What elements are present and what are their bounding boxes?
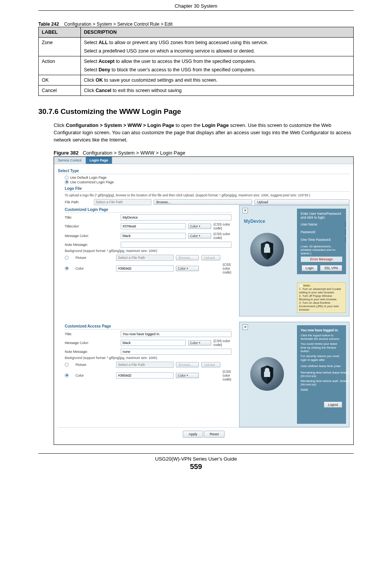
picture-upload-button[interactable]: Upload: [201, 255, 220, 260]
text: Select: [84, 40, 98, 45]
username-input[interactable]: [345, 222, 346, 227]
table-row: Action Select Accept to allow the user t…: [39, 56, 354, 75]
upload-button[interactable]: Upload: [254, 199, 349, 205]
section-select-type: Select Type: [58, 169, 349, 174]
radio-use-default[interactable]: Use Default Login Page: [65, 176, 349, 179]
msgcolor-input[interactable]: [121, 233, 186, 239]
text-bold: OK: [96, 77, 103, 83]
close-icon[interactable]: ✕: [243, 208, 248, 213]
tab-login-page[interactable]: Login Page: [86, 157, 113, 164]
access-bg-color-input[interactable]: [116, 372, 174, 379]
picture-browse-button[interactable]: Browse...: [176, 255, 199, 260]
msgcolor-label: Message Color:: [65, 234, 118, 238]
apply-button[interactable]: Apply: [183, 431, 203, 438]
access-msgcolor-input[interactable]: [121, 340, 186, 346]
access-picture-label: Picture: [75, 363, 114, 367]
login-button[interactable]: Login: [302, 265, 318, 271]
section-custom-login: Customized Login Page: [65, 207, 231, 213]
cell-desc: Click Cancel to exit this screen without…: [81, 86, 354, 96]
text-bold: Deny: [98, 67, 110, 72]
close-icon[interactable]: ✕: [243, 324, 248, 330]
text: Select: [84, 67, 98, 72]
text: to allow or prevent any USG zones from b…: [108, 40, 268, 45]
note-line: 2. Turn off Popup Window Blocking in you…: [299, 294, 337, 301]
css-hint: (CSS color code): [223, 370, 231, 381]
bg-caption: Background (support format: *.gif/png/jp…: [65, 249, 231, 253]
guide-title: USG20(W)-VPN Series User's Guide: [38, 456, 354, 462]
text: Color: [190, 341, 198, 345]
chevron-down-icon: ▾: [199, 234, 200, 237]
table-caption: Table 242 Configuration > System > Servi…: [38, 21, 354, 27]
msgcolor-picker[interactable]: Color▾: [188, 233, 211, 239]
access-bg-caption: Background (support format: *.gif/png/jp…: [65, 356, 231, 360]
page-number: 559: [38, 463, 354, 471]
access-bg-color-picker[interactable]: Color▾: [176, 373, 199, 378]
cell-desc: Select ALL to allow or prevent any USG z…: [81, 38, 354, 56]
reset-button[interactable]: Reset: [204, 431, 225, 438]
text: Color: [190, 224, 198, 228]
css-hint: (CSS color code): [213, 339, 231, 347]
radio-color[interactable]: [65, 267, 69, 270]
titlecolor-input[interactable]: [121, 223, 186, 229]
access-title-label: Title:: [65, 332, 118, 336]
tab-bar: Service Control Login Page: [54, 157, 353, 164]
password-input[interactable]: [345, 229, 346, 235]
radio-icon: [65, 180, 69, 184]
text: to block the user's access to the USG fr…: [110, 67, 256, 72]
cell-label: Cancel: [39, 86, 81, 96]
css-hint: (CSS color code): [213, 222, 231, 230]
access-msgcolor-label: Message Color:: [65, 341, 118, 345]
note-input[interactable]: [121, 242, 231, 248]
access-title-input[interactable]: [121, 331, 231, 337]
radio-use-custom[interactable]: Use Customized Login Page: [65, 180, 349, 184]
title-label: Title:: [65, 216, 118, 219]
cell-desc: Click OK to save your customized setting…: [81, 75, 354, 86]
titlecolor-picker[interactable]: Color▾: [188, 224, 211, 229]
browse-button[interactable]: Browse...: [154, 199, 252, 205]
th-label: LABEL: [39, 27, 81, 38]
remain-lease-label: Remaining time before lease timeout (hh:…: [301, 371, 349, 378]
tab-service-control[interactable]: Service Control: [54, 157, 86, 164]
bg-color-picker[interactable]: Color▾: [176, 266, 199, 271]
text-bold: Configuration > System > WWW > Login Pag…: [66, 122, 174, 128]
sslvpn-button[interactable]: SSL VPN: [320, 265, 342, 271]
otp-input[interactable]: [345, 237, 346, 242]
picture-path-input[interactable]: [116, 255, 174, 261]
logo-caption: To upload a logo file (*.gif/png/jpg), b…: [65, 193, 349, 197]
note-label: Note Message:: [65, 243, 118, 247]
access-picture-input[interactable]: [116, 362, 174, 368]
login-preview: ✕ MyDevice Enter User Name/Password and …: [239, 205, 349, 316]
radio-picture[interactable]: [65, 256, 69, 260]
section-heading: 30.7.6 Customizing the WWW Login Page: [38, 107, 354, 116]
access-msgcolor-picker[interactable]: Color▾: [188, 340, 211, 346]
lease-label: User-defined lease time (max: [301, 364, 349, 368]
access-preview: ✕ You now have logged in. Click the logo…: [239, 322, 349, 427]
chevron-down-icon: ▾: [187, 267, 188, 270]
title-input[interactable]: [121, 214, 231, 221]
chevron-down-icon: ▾: [199, 225, 200, 228]
logout-button[interactable]: Logout: [324, 402, 342, 408]
radio-access-picture[interactable]: [65, 363, 69, 367]
logged-in-title: You now have logged in.: [301, 328, 342, 332]
radio-access-color[interactable]: [65, 374, 69, 377]
error-message: Error Message: [301, 257, 342, 262]
limit-note: ( max. 63 alphanumeric, printable charac…: [301, 245, 342, 255]
login-form-panel: Enter User Name/Password and click to lo…: [297, 209, 346, 274]
shield-icon: [244, 353, 290, 395]
access-note-input[interactable]: [121, 349, 231, 355]
th-description: DESCRIPTION: [81, 27, 354, 38]
remain-auth-label: Remaining time before auth. timeout (hh:…: [301, 379, 349, 386]
shield-icon: [244, 229, 290, 271]
cell-desc: Select Accept to allow the user to acces…: [81, 56, 354, 75]
access-note-label: Note Message:: [65, 350, 118, 354]
section-logo-file: Logo File: [65, 186, 349, 192]
titlecolor-label: Titlecolor:: [65, 224, 118, 228]
file-path-input[interactable]: [94, 199, 151, 205]
config-table: LABEL DESCRIPTION Zone Select ALL to all…: [38, 27, 354, 96]
access-browse-button[interactable]: Browse...: [176, 362, 199, 367]
radio-icon: [65, 176, 69, 179]
figure-caption: Figure 382 Configuration > System > WWW …: [54, 150, 354, 156]
access-upload-button[interactable]: Upload: [201, 362, 220, 367]
bg-color-input[interactable]: [116, 265, 174, 272]
note-strip: 📄 Note: 1. Turn on Javascript and Cookie…: [297, 282, 346, 313]
